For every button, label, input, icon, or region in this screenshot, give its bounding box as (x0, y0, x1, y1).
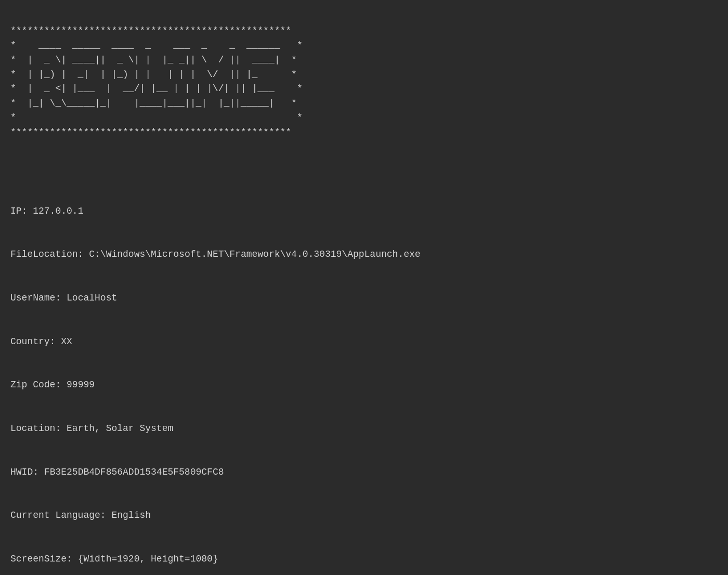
country-line: Country: XX (10, 320, 718, 349)
info-section: IP: 127.0.0.1 FileLocation: C:\Windows\M… (10, 175, 718, 575)
language-label: Current Language: (10, 510, 106, 520)
ip-label: IP: (10, 206, 27, 216)
terminal-window: ****************************************… (10, 9, 718, 575)
country-label: Country: (10, 336, 55, 347)
username-label: UserName: (10, 293, 61, 303)
ip-line: IP: 127.0.0.1 (10, 190, 718, 219)
filelocation-label: FileLocation: (10, 249, 83, 259)
filelocation-value: C:\Windows\Microsoft.NET\Framework\v4.0.… (83, 249, 420, 259)
screensize-label: ScreenSize: (10, 554, 72, 564)
ascii-art-block: ****************************************… (10, 24, 718, 140)
filelocation-line: FileLocation: C:\Windows\Microsoft.NET\F… (10, 233, 718, 262)
hwid-value: FB3E25DB4DF856ADD1534E5F5809CFC8 (38, 467, 224, 477)
language-line: Current Language: English (10, 494, 718, 523)
language-value: English (106, 510, 151, 520)
location-value: Earth, Solar System (61, 423, 173, 434)
username-line: UserName: LocalHost (10, 277, 718, 306)
screensize-line: ScreenSize: {Width=1920, Height=1080} (10, 538, 718, 567)
country-value: XX (55, 336, 72, 347)
ip-value: 127.0.0.1 (27, 206, 83, 216)
location-line: Location: Earth, Solar System (10, 407, 718, 436)
hwid-label: HWID: (10, 467, 38, 477)
zipcode-line: Zip Code: 99999 (10, 363, 718, 393)
hwid-line: HWID: FB3E25DB4DF856ADD1534E5F5809CFC8 (10, 451, 718, 480)
location-label: Location: (10, 423, 61, 434)
zipcode-value: 99999 (61, 380, 95, 390)
zipcode-label: Zip Code: (10, 380, 61, 390)
username-value: LocalHost (61, 293, 117, 303)
screensize-value: {Width=1920, Height=1080} (72, 554, 218, 564)
